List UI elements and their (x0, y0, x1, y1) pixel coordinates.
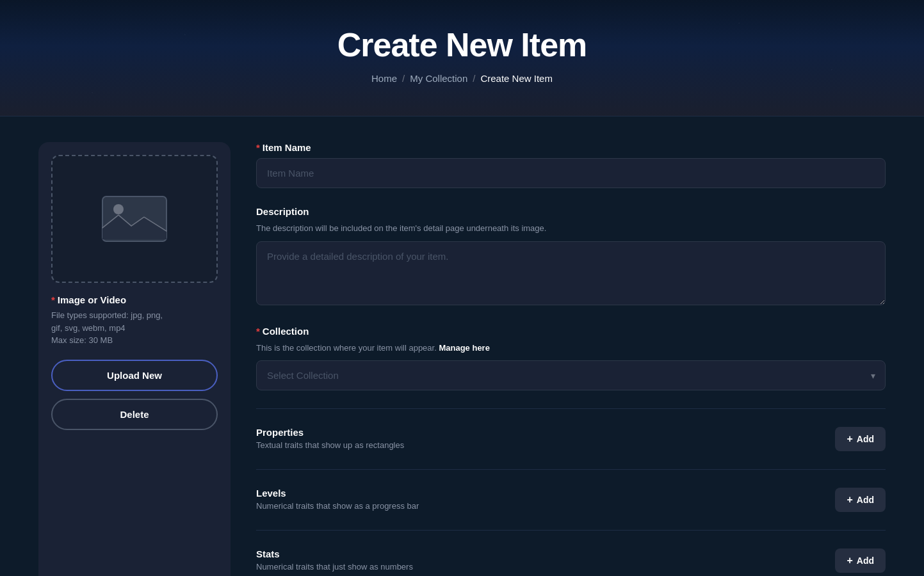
main-content: *Image or Video File types supported: jp… (0, 116, 924, 576)
collection-manage-link[interactable]: Manage here (439, 343, 489, 353)
item-name-label: *Item Name (256, 142, 886, 153)
description-textarea[interactable] (256, 241, 886, 305)
upload-panel: *Image or Video File types supported: jp… (38, 142, 231, 576)
description-label: Description (256, 206, 886, 217)
form-panel: *Item Name Description The description w… (256, 142, 886, 576)
image-placeholder-icon (99, 193, 170, 244)
upload-dropzone[interactable] (51, 155, 218, 283)
required-marker: * (51, 294, 55, 305)
collection-group: *Collection This is the collection where… (256, 326, 886, 391)
plus-icon-stats: + (847, 555, 852, 566)
collection-select[interactable]: Select Collection (256, 360, 886, 390)
add-properties-button[interactable]: + Add (835, 427, 886, 451)
levels-header: Levels Numerical traits that show as a p… (256, 488, 886, 512)
stats-section: Stats Numerical traits that just show as… (256, 548, 886, 573)
divider-2 (256, 469, 886, 470)
add-stats-label: Add (857, 556, 874, 566)
stats-label: Stats (256, 548, 413, 559)
breadcrumb-sep-2: / (473, 73, 475, 84)
upload-new-button[interactable]: Upload New (51, 360, 218, 391)
delete-button[interactable]: Delete (51, 399, 218, 430)
plus-icon-levels: + (847, 494, 852, 506)
add-stats-button[interactable]: + Add (835, 548, 886, 573)
file-types-info: File types supported: jpg, png, gif, svg… (51, 309, 218, 347)
plus-icon: + (847, 433, 852, 445)
image-icon (99, 193, 170, 244)
collection-hint: This is the collection where your item w… (256, 342, 886, 355)
stats-text: Stats Numerical traits that just show as… (256, 548, 413, 572)
stats-desc: Numerical traits that just show as numbe… (256, 562, 413, 572)
add-levels-button[interactable]: + Add (835, 488, 886, 512)
collection-select-wrapper: Select Collection ▾ (256, 360, 886, 390)
stats-header: Stats Numerical traits that just show as… (256, 548, 886, 573)
properties-label: Properties (256, 427, 404, 438)
page-title: Create New Item (13, 26, 911, 64)
breadcrumb-current: Create New Item (480, 73, 553, 84)
properties-header: Properties Textual traits that show up a… (256, 427, 886, 451)
description-hint: The description will be included on the … (256, 222, 886, 235)
item-name-input[interactable] (256, 158, 886, 188)
properties-desc: Textual traits that show up as rectangle… (256, 440, 404, 450)
levels-text: Levels Numerical traits that show as a p… (256, 488, 419, 511)
levels-section: Levels Numerical traits that show as a p… (256, 488, 886, 512)
divider-1 (256, 408, 886, 409)
breadcrumb-sep-1: / (402, 73, 405, 84)
add-properties-label: Add (857, 434, 874, 444)
svg-point-1 (113, 204, 124, 214)
properties-text: Properties Textual traits that show up a… (256, 427, 404, 450)
breadcrumb-home[interactable]: Home (371, 73, 397, 84)
upload-info: *Image or Video File types supported: jp… (51, 294, 218, 347)
collection-label: *Collection (256, 326, 886, 337)
properties-section: Properties Textual traits that show up a… (256, 427, 886, 451)
add-levels-label: Add (857, 495, 874, 505)
description-group: Description The description will be incl… (256, 206, 886, 308)
divider-3 (256, 530, 886, 531)
breadcrumb-collection[interactable]: My Collection (410, 73, 467, 84)
item-name-group: *Item Name (256, 142, 886, 188)
upload-field-label: *Image or Video (51, 294, 218, 305)
levels-desc: Numerical traits that show as a progress… (256, 501, 419, 511)
hero-section: Create New Item Home / My Collection / C… (0, 0, 924, 116)
levels-label: Levels (256, 488, 419, 499)
breadcrumb: Home / My Collection / Create New Item (13, 73, 911, 84)
